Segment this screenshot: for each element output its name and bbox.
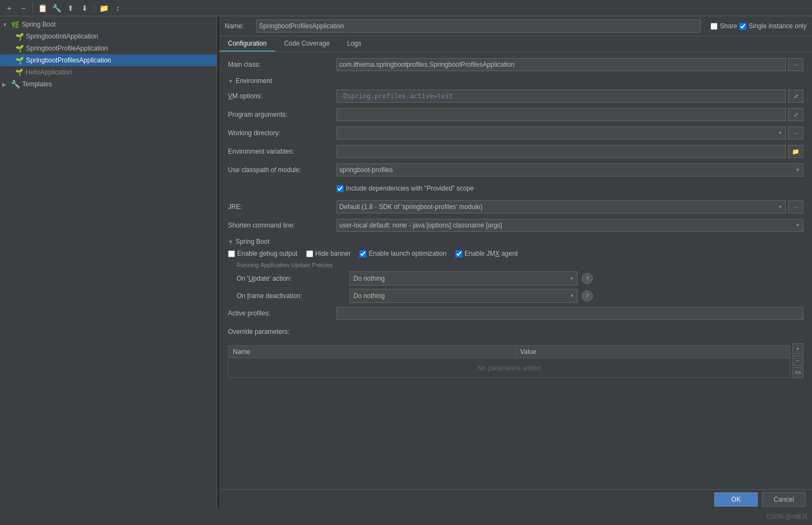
main-layout: ▼ 🌿 Spring Boot 🌱 SpringbootInitApplicat… [0, 16, 812, 509]
ok-button[interactable]: OK [714, 492, 758, 507]
expand-arrow: ▼ [2, 22, 9, 28]
sidebar-item-springbootprofiles[interactable]: 🌱 SpringbootProfilesApplication [0, 54, 217, 66]
hide-banner-label: Hide banner [315, 250, 351, 257]
program-args-expand-btn[interactable]: ⤢ [788, 108, 803, 121]
include-deps-cb-item[interactable]: Include dependencies with "Provided" sco… [337, 185, 474, 192]
watermark: CSDN @st紫月 [766, 513, 808, 521]
running-policies-label: Running Application Update Policies [237, 262, 803, 268]
env-vars-browse-btn[interactable]: 📁 [788, 145, 803, 158]
main-class-input[interactable] [337, 58, 786, 71]
settings-button[interactable]: 🔧 [50, 2, 62, 14]
on-frame-help-btn[interactable]: ? [582, 290, 593, 301]
shorten-row: Shorten command line: user-local default… [228, 218, 803, 232]
classpath-select[interactable]: springboot-profiles [337, 163, 803, 176]
sidebar-item-label-3: SpringbootProfilesApplication [26, 56, 111, 64]
spring-boot-group[interactable]: ▼ 🌿 Spring Boot [0, 18, 217, 30]
enable-debug-checkbox[interactable] [228, 250, 235, 257]
include-deps-label: Include dependencies with "Provided" sco… [346, 185, 474, 192]
working-dir-row: Working directory: ··· [228, 126, 803, 140]
params-table: Name Value No parameters added [228, 345, 790, 378]
add-button[interactable]: + [3, 2, 15, 14]
classpath-row: Use classpath of module: springboot-prof… [228, 163, 803, 177]
main-class-browse-btn[interactable]: ··· [788, 58, 803, 71]
tab-logs[interactable]: Logs [338, 36, 370, 52]
jre-label: JRE: [228, 203, 337, 211]
active-profiles-input[interactable] [337, 307, 803, 320]
enable-jmx-cb[interactable]: Enable JMX agent [455, 250, 518, 257]
env-vars-control: 📁 [337, 145, 803, 158]
name-label: Name: [225, 22, 252, 30]
enable-jmx-checkbox[interactable] [455, 250, 462, 257]
table-remove-btn[interactable]: − [792, 355, 803, 366]
tab-code-coverage[interactable]: Code Coverage [275, 36, 338, 52]
enable-launch-cb[interactable]: Enable launch optimization [359, 250, 446, 257]
config-content: Main class: ··· ▼ Environment VM options… [219, 52, 812, 489]
hide-banner-checkbox[interactable] [306, 250, 313, 257]
program-args-control: ⤢ [337, 108, 803, 121]
enable-launch-label: Enable launch optimization [369, 250, 446, 257]
vm-options-expand-btn[interactable]: ⤢ [788, 90, 803, 103]
sidebar-item-springbootprofile[interactable]: 🌱 SpringbootProfileApplication [0, 42, 217, 54]
name-col-header: Name [229, 346, 516, 358]
shorten-select[interactable]: user-local default: none - java [options… [337, 219, 803, 232]
name-input[interactable] [256, 20, 701, 33]
program-args-input[interactable] [337, 108, 786, 121]
override-params-row: Override parameters: [228, 325, 803, 339]
sidebar-item-label-4: HelloApplication [26, 68, 72, 76]
up-button[interactable]: ⬆ [65, 2, 77, 14]
env-vars-input[interactable] [337, 145, 786, 158]
spring-boot-section-header[interactable]: ▼ Spring Boot [228, 238, 803, 245]
share-area: Share Single instance only [710, 22, 807, 30]
main-class-row: Main class: ··· [228, 58, 803, 72]
include-deps-checkbox[interactable] [337, 185, 344, 192]
single-instance-checkbox[interactable] [739, 23, 746, 30]
main-class-label: Main class: [228, 61, 337, 68]
sidebar-item-hello[interactable]: 🌱 HelloApplication [0, 66, 217, 78]
app-icon-4: 🌱 [15, 68, 23, 76]
hide-banner-cb[interactable]: Hide banner [306, 250, 351, 257]
on-update-control: Do nothing [350, 271, 578, 286]
down-button[interactable]: ⬇ [79, 2, 91, 14]
spring-checkboxes-row: Enable debug output Hide banner Enable l… [228, 250, 803, 257]
active-profiles-label: Active profiles: [228, 309, 337, 317]
table-actions: + − >> [792, 343, 803, 378]
toolbar: + − 📋 🔧 ⬆ ⬇ 📁 ↕ [0, 0, 812, 16]
templates-group[interactable]: ▶ 🔧 Templates [0, 78, 217, 90]
sort-button[interactable]: ↕ [112, 2, 124, 14]
sidebar-item-springbootinit[interactable]: 🌱 SpringbootInitApplication [0, 30, 217, 42]
sep2 [94, 3, 94, 13]
on-frame-select[interactable]: Do nothing [350, 289, 578, 303]
active-profiles-row: Active profiles: [228, 306, 803, 320]
env-vars-row: Environment variables: 📁 [228, 144, 803, 159]
jre-browse-btn[interactable]: ··· [788, 200, 803, 213]
templates-label: Templates [22, 80, 52, 88]
environment-section-header[interactable]: ▼ Environment [228, 77, 803, 85]
bottom-bar: OK Cancel [219, 489, 812, 509]
on-update-select[interactable]: Do nothing [350, 271, 578, 286]
sep1 [33, 3, 33, 13]
on-update-help-btn[interactable]: ? [582, 273, 593, 284]
jre-select[interactable]: Default (1.8 - SDK of 'springboot-profil… [337, 200, 786, 213]
share-label: Share [720, 22, 737, 30]
main-class-control: ··· [337, 58, 803, 71]
tab-configuration[interactable]: Configuration [219, 36, 275, 52]
share-checkbox[interactable] [710, 23, 718, 30]
enable-launch-checkbox[interactable] [359, 250, 366, 257]
enable-debug-cb[interactable]: Enable debug output [228, 250, 297, 257]
vm-options-input[interactable] [337, 90, 786, 103]
table-more-btn[interactable]: >> [792, 367, 803, 378]
app-icon-3: 🌱 [15, 56, 24, 65]
copy-button[interactable]: 📋 [36, 2, 48, 14]
vm-options-row: VM options: ⤢ [228, 89, 803, 103]
table-add-btn[interactable]: + [792, 343, 803, 354]
cancel-button[interactable]: Cancel [762, 492, 805, 507]
working-dir-browse-btn[interactable]: ··· [788, 126, 803, 140]
folder-button[interactable]: 📁 [98, 2, 110, 14]
jre-control: Default (1.8 - SDK of 'springboot-profil… [337, 200, 803, 213]
working-dir-input[interactable] [337, 126, 786, 140]
include-deps-row: Include dependencies with "Provided" sco… [337, 181, 803, 195]
program-args-label: Program arguments: [228, 111, 337, 118]
value-col-header: Value [516, 346, 790, 358]
remove-button[interactable]: − [17, 2, 29, 14]
no-params-hint: No parameters added [229, 358, 790, 378]
